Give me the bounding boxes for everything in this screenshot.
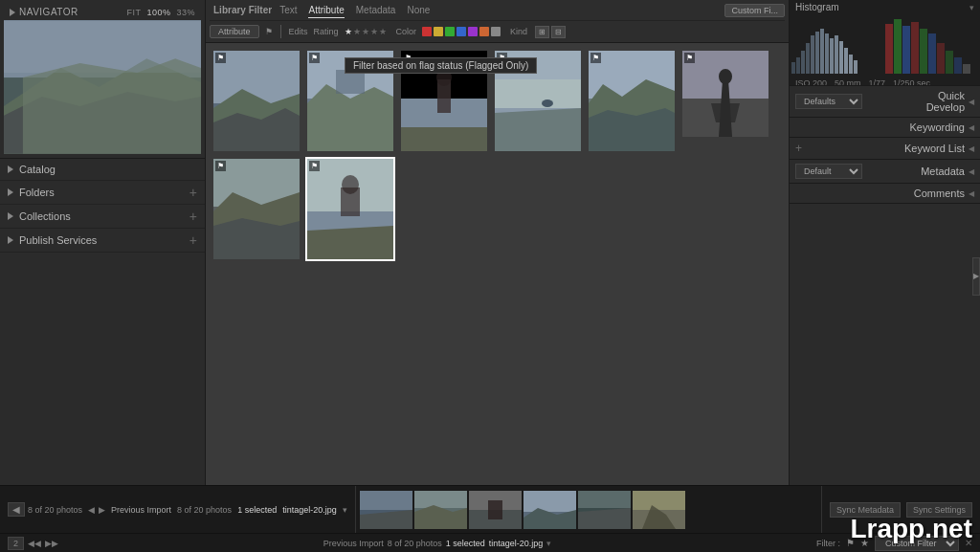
folders-plus[interactable]: +: [189, 186, 197, 199]
camera-info: ISO 200 50 mm 1/77 1/250 sec: [790, 77, 980, 86]
close-filter-icon[interactable]: ✕: [965, 538, 972, 548]
filter-tabs: Text Attribute Metadata None: [279, 3, 430, 18]
color-yellow[interactable]: [434, 27, 443, 36]
filter-flag-icon[interactable]: ⚑: [846, 538, 855, 548]
metadata-select[interactable]: Default: [795, 164, 862, 179]
photo-thumb-1[interactable]: ⚑: [213, 51, 300, 151]
photo-thumb-5[interactable]: ⚑: [589, 51, 675, 151]
color-purple[interactable]: [468, 27, 478, 36]
prev-arrow[interactable]: ◀: [8, 502, 25, 517]
histogram-header: Histogram ▾: [790, 0, 980, 14]
film-thumb-1[interactable]: [360, 491, 412, 529]
catalog-triangle: [8, 166, 13, 173]
color-orange[interactable]: [479, 27, 489, 36]
metadata-row[interactable]: Default Metadata ◀: [790, 160, 980, 183]
publish-plus[interactable]: +: [189, 233, 197, 247]
folders-label: Folders: [19, 187, 55, 198]
photo-flag-7: ⚑: [215, 161, 226, 171]
file-dropdown-arrow[interactable]: ▾: [343, 505, 347, 515]
comments-row[interactable]: Comments ◀: [790, 184, 980, 203]
catalog-label: Catalog: [19, 164, 56, 175]
metadata-arrow[interactable]: ◀: [969, 167, 974, 176]
keyword-list-row[interactable]: + Keyword List ◀: [790, 138, 980, 159]
star-5[interactable]: ★: [379, 27, 387, 36]
photo-thumb-8[interactable]: ⚑: [307, 159, 393, 259]
svg-rect-51: [820, 29, 824, 74]
keywording-row[interactable]: Keywording ◀: [790, 118, 980, 137]
color-green[interactable]: [445, 27, 455, 36]
status-bar: 2 ◀◀ ▶▶ Previous Import 8 of 20 photos 1…: [0, 533, 980, 552]
histogram-canvas: [790, 14, 980, 77]
flag-icon: ⚑: [265, 27, 273, 36]
photo-flag-8: ⚑: [309, 161, 320, 171]
quick-develop-row[interactable]: Defaults Quick Develop ◀: [790, 86, 980, 117]
library-filter-bar: Library Filter Text Attribute Metadata N…: [206, 0, 789, 43]
status-dropdown[interactable]: ▾: [546, 539, 551, 548]
film-thumb-4[interactable]: [523, 491, 576, 529]
star-4[interactable]: ★: [370, 27, 378, 36]
status-prev-icon[interactable]: ◀◀: [28, 539, 41, 548]
comments-arrow[interactable]: ◀: [969, 189, 974, 198]
photo-thumb-7[interactable]: ⚑: [213, 159, 300, 259]
zoom-33[interactable]: 33%: [176, 8, 195, 17]
svg-rect-49: [811, 35, 814, 74]
star-1[interactable]: ★: [345, 27, 352, 36]
status-nav: 2 ◀◀ ▶▶: [8, 537, 58, 550]
defaults-select[interactable]: Defaults: [795, 94, 862, 109]
film-thumb-3[interactable]: [469, 491, 522, 529]
left-panel: Navigator FIT 100% 33%: [0, 0, 206, 552]
kind-btn-1[interactable]: ⊞: [535, 26, 549, 38]
filter-tab-attribute[interactable]: Attribute: [308, 3, 344, 18]
svg-rect-48: [806, 43, 810, 74]
left-nav-items: Catalog Folders + Collections +: [0, 159, 205, 525]
filter-tab-none[interactable]: None: [407, 3, 430, 18]
filter-tab-text[interactable]: Text: [279, 3, 297, 18]
page-next-icon[interactable]: ▶: [99, 505, 105, 515]
star-3[interactable]: ★: [362, 27, 369, 36]
filter-tab-metadata[interactable]: Metadata: [356, 3, 396, 18]
sync-metadata-button[interactable]: Sync Metadata: [830, 502, 901, 518]
sidebar-item-publish[interactable]: Publish Services +: [0, 229, 205, 253]
color-gray[interactable]: [491, 27, 501, 36]
zoom-100[interactable]: 100%: [146, 8, 170, 17]
photo-thumb-6[interactable]: ⚑: [682, 51, 768, 151]
kind-btn-2[interactable]: ⊟: [551, 26, 566, 38]
color-red[interactable]: [422, 27, 432, 36]
zoom-fit[interactable]: FIT: [126, 8, 141, 17]
histogram-expand[interactable]: ▾: [969, 3, 974, 12]
keyword-list-plus[interactable]: +: [795, 142, 802, 155]
right-panel-expand[interactable]: ▶: [972, 257, 980, 296]
photo-flag-5: ⚑: [590, 53, 601, 63]
film-thumb-2[interactable]: [414, 491, 467, 529]
filter-star-icon[interactable]: ★: [860, 538, 869, 548]
attribute-button[interactable]: Attribute: [210, 25, 259, 38]
sidebar-item-collections[interactable]: Collections +: [0, 205, 205, 229]
filter-top-row: Library Filter Text Attribute Metadata N…: [210, 0, 785, 21]
navigator-triangle[interactable]: [10, 9, 15, 16]
svg-rect-56: [844, 48, 848, 74]
page-prev-icon[interactable]: ◀: [88, 505, 95, 515]
keywording-arrow[interactable]: ◀: [969, 123, 974, 132]
sync-settings-button[interactable]: Sync Settings: [906, 502, 972, 518]
filter-label: Filter :: [816, 539, 840, 548]
collections-label: Collections: [19, 210, 71, 222]
collections-plus[interactable]: +: [189, 210, 197, 223]
status-next-icon[interactable]: ▶▶: [45, 539, 58, 548]
quick-develop-arrow[interactable]: ◀: [969, 98, 974, 106]
rating-stars[interactable]: ★ ★ ★ ★ ★: [345, 27, 387, 36]
svg-marker-33: [711, 103, 740, 122]
color-blue[interactable]: [457, 27, 466, 36]
film-thumb-6[interactable]: [633, 491, 685, 529]
svg-point-42: [342, 175, 359, 194]
keyword-list-arrow[interactable]: ◀: [969, 144, 974, 153]
custom-filter-button[interactable]: Custom Fi...: [724, 4, 785, 17]
sidebar-item-catalog[interactable]: Catalog: [0, 159, 205, 181]
shutter-speed: 1/250 sec: [893, 78, 930, 86]
sidebar-item-folders[interactable]: Folders +: [0, 181, 205, 205]
star-2[interactable]: ★: [353, 27, 361, 36]
svg-rect-68: [963, 64, 970, 74]
custom-filter-select[interactable]: Custom Filter: [875, 536, 959, 551]
film-thumb-5[interactable]: [578, 491, 631, 529]
navigator-preview: [4, 20, 201, 154]
svg-rect-46: [796, 57, 800, 74]
